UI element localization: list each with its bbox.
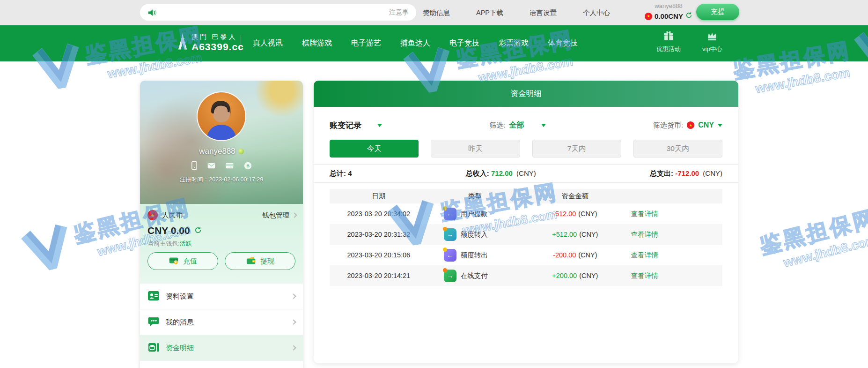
mail-icon <box>207 162 215 171</box>
row-amount-currency: (CNY) <box>579 272 598 279</box>
row-amount: -200.00(CNY) <box>522 251 628 259</box>
summary-total: 总计: 4 <box>330 169 352 178</box>
gift-icon <box>663 30 674 43</box>
menu-item-my-messages[interactable]: 我的消息 <box>140 309 303 335</box>
main-navbar: 澳門 巴黎人 A63399.cc 真人视讯 棋牌游戏 电子游艺 捕鱼达人 电子竞… <box>0 25 868 61</box>
profile-card: wanye888 B 注册时间：2023-02-06 00:17:29 ★ 人民… <box>140 81 303 368</box>
filter-dropdown[interactable]: 筛选: 全部 <box>489 120 545 130</box>
view-details-link[interactable]: 查看详情 <box>631 251 658 259</box>
jhdb-logo-icon <box>19 221 78 277</box>
transaction-type-icon: ← <box>444 208 456 220</box>
tab-7-days[interactable]: 7天内 <box>532 140 621 158</box>
watermark: 鉴黑担保网www.jhdb8.com <box>757 190 868 275</box>
row-type: → 额度转入 <box>428 228 522 241</box>
summary-expense: 总支出: -712.00 (CNY) <box>650 169 722 178</box>
chevron-down-icon <box>718 124 722 129</box>
filter-label: 筛选: <box>489 121 505 130</box>
rmb-flag-icon: ★ <box>147 210 158 220</box>
top-link-personal-center[interactable]: 个人中心 <box>583 8 610 17</box>
row-date: 2023-03-20 20:14:21 <box>330 272 428 279</box>
nav-item-promotions[interactable]: 优惠活动 <box>656 30 681 53</box>
logo-line1: 澳門 巴黎人 <box>191 33 244 41</box>
table-row: 2023-03-20 20:14:21 → 在线支付 +200.00(CNY) … <box>330 265 722 286</box>
summary-row: 总计: 4 总收入: 712.00 (CNY) 总支出: -712.00 (CN… <box>314 164 738 183</box>
transactions-table: 日期 类型 资金金额 2023-03-20 20:34:02 ← 用户提款 -5… <box>330 189 722 286</box>
nav-items: 真人视讯 棋牌游戏 电子游艺 捕鱼达人 电子竞技 彩票游戏 体育竞技 <box>253 25 578 61</box>
view-details-link[interactable]: 查看详情 <box>631 231 658 238</box>
wallet-refresh-icon[interactable] <box>194 225 202 236</box>
row-amount-currency: (CNY) <box>578 210 597 218</box>
row-type: ← 用户提款 <box>428 208 522 220</box>
currency-name: 人民币 <box>162 211 183 220</box>
speaker-icon <box>147 8 157 17</box>
tab-today[interactable]: 今天 <box>330 140 419 158</box>
message-icon <box>147 315 160 329</box>
nav-right: 优惠活动 vip中心 <box>656 30 722 53</box>
nav-item-vip-center[interactable]: vip中心 <box>702 30 722 53</box>
id-card-icon <box>147 290 160 303</box>
currency-filter-dropdown[interactable]: 筛选货币: ★ CNY <box>653 121 722 130</box>
site-logo[interactable]: 澳門 巴黎人 A63399.cc <box>177 31 244 54</box>
view-details-link[interactable]: 查看详情 <box>631 210 658 218</box>
profile-contact-icons: B <box>140 161 303 172</box>
nav-item-board-games[interactable]: 棋牌游戏 <box>302 38 332 48</box>
wallet-manage-label: 钱包管理 <box>262 211 289 220</box>
table-row: 2023-03-20 20:31:32 → 额度转入 +512.00(CNY) … <box>330 224 722 245</box>
nav-item-sports[interactable]: 体育竞技 <box>548 38 578 48</box>
row-type-label: 用户提款 <box>461 210 488 218</box>
profile-hero: wanye888 B 注册时间：2023-02-06 00:17:29 <box>140 81 303 204</box>
nav-item-slots[interactable]: 电子游艺 <box>351 38 381 48</box>
register-time: 注册时间：2023-02-06 00:17:29 <box>140 176 303 184</box>
table-row: 2023-03-20 20:34:02 ← 用户提款 -512.00(CNY) … <box>330 203 722 224</box>
bitcoin-icon: B <box>244 162 252 172</box>
table-row: 2023-03-20 20:15:06 ← 额度转出 -200.00(CNY) … <box>330 245 722 265</box>
refresh-balance-icon[interactable] <box>685 12 692 21</box>
tab-30-days[interactable]: 30天内 <box>633 140 722 158</box>
transaction-type-icon: → <box>444 228 456 241</box>
currency-filter-value: CNY <box>698 121 714 129</box>
withdraw-label: 提现 <box>260 257 274 266</box>
top-link-sponsor[interactable]: 赞助信息 <box>423 8 450 17</box>
menu-item-fund-details[interactable]: 资金明细 <box>140 335 303 361</box>
menu-label: 资金明细 <box>166 344 194 353</box>
deposit-button[interactable]: ¥ 充值 <box>147 252 218 270</box>
record-type-dropdown[interactable]: 账变记录 <box>330 120 382 131</box>
row-date: 2023-03-20 20:15:06 <box>330 251 428 259</box>
chevron-down-icon <box>377 124 382 129</box>
row-type: ← 额度转出 <box>428 249 522 262</box>
withdraw-button[interactable]: 提现 <box>225 252 295 270</box>
chevron-down-icon <box>541 124 546 129</box>
wallet-section: ★ 人民币 钱包管理 CNY 0.00 当前主钱包:活跃 ¥ 充值 提现 <box>140 204 303 284</box>
nav-item-fishing[interactable]: 捕鱼达人 <box>400 38 430 48</box>
row-type-label: 额度转入 <box>461 230 488 239</box>
top-bar: 注意事 赞助信息 APP下载 语言设置 个人中心 wanye888 ★ 0.00… <box>0 0 868 25</box>
table-header: 日期 类型 资金金额 <box>330 189 722 203</box>
marquee-text: 注意事 <box>389 8 409 17</box>
top-link-app-download[interactable]: APP下载 <box>476 8 503 17</box>
deposit-card-icon: ¥ <box>169 255 179 267</box>
recharge-withdraw-button[interactable]: 充提 <box>696 4 739 20</box>
top-links: 赞助信息 APP下载 语言设置 个人中心 <box>423 0 610 25</box>
panel-title: 资金明细 <box>314 81 738 107</box>
filter-value: 全部 <box>509 120 524 130</box>
nav-item-live-casino[interactable]: 真人视讯 <box>253 38 283 48</box>
crown-icon <box>706 30 718 43</box>
wallet-manage-link[interactable]: 钱包管理 <box>262 211 296 220</box>
bank-card-icon <box>226 162 234 171</box>
view-details-link[interactable]: 查看详情 <box>631 272 658 279</box>
menu-item-profile-settings[interactable]: 资料设置 <box>140 284 303 309</box>
svg-text:B: B <box>246 164 250 168</box>
svg-text:¥: ¥ <box>175 261 177 264</box>
main-wallet-label: 当前主钱包: <box>147 240 180 247</box>
currency-filter-label: 筛选货币: <box>653 121 683 130</box>
summary-income: 总收入: 712.00 (CNY) <box>466 169 536 178</box>
top-link-language[interactable]: 语言设置 <box>530 8 557 17</box>
nav-item-esports[interactable]: 电子竞技 <box>449 38 479 48</box>
topbar-username: wanye888 <box>645 2 692 10</box>
nav-item-lottery[interactable]: 彩票游戏 <box>499 38 529 48</box>
date-range-tabs: 今天 昨天 7天内 30天内 <box>314 140 738 158</box>
announcement-bar: 注意事 <box>140 4 416 21</box>
tab-yesterday[interactable]: 昨天 <box>431 140 520 158</box>
vip-label: vip中心 <box>702 45 722 53</box>
row-type-label: 额度转出 <box>461 251 488 260</box>
